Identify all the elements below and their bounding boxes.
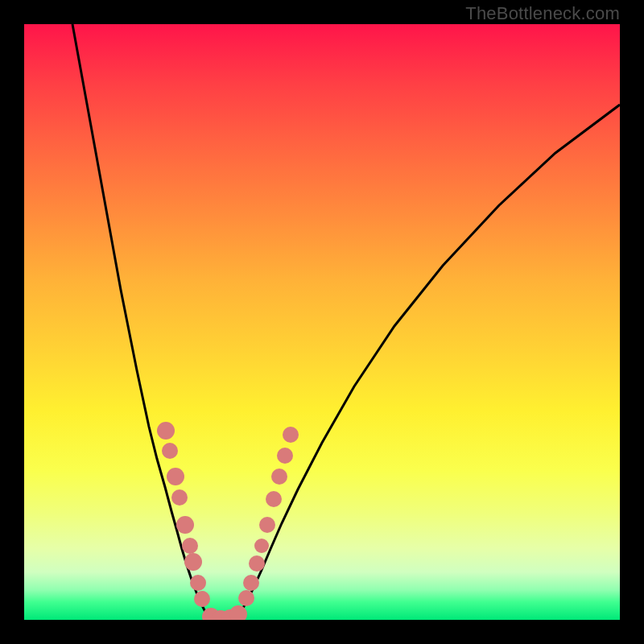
marker-right-cluster	[249, 555, 265, 572]
marker-right-cluster	[238, 590, 254, 606]
marker-right-cluster	[266, 491, 282, 507]
marker-left-cluster	[176, 516, 194, 534]
marker-left-cluster	[184, 553, 202, 571]
bottleneck-curve	[72, 24, 620, 619]
marker-right-cluster	[277, 448, 293, 464]
marker-left-cluster	[162, 443, 178, 459]
marker-left-cluster	[171, 489, 188, 506]
marker-right-cluster	[254, 539, 269, 553]
chart-frame: TheBottleneck.com	[0, 0, 644, 644]
marker-left-cluster	[194, 591, 210, 607]
data-markers	[157, 422, 299, 620]
marker-right-cluster	[283, 427, 299, 443]
attribution-label: TheBottleneck.com	[465, 3, 620, 24]
marker-left-cluster	[182, 538, 198, 554]
marker-right-cluster	[243, 575, 259, 591]
chart-svg	[24, 24, 620, 620]
marker-left-cluster	[157, 422, 175, 440]
marker-right-cluster	[271, 469, 287, 485]
marker-left-cluster	[190, 575, 206, 591]
plot-area	[24, 24, 620, 620]
curve-group	[72, 24, 620, 619]
marker-right-cluster	[259, 517, 275, 533]
marker-left-cluster	[167, 468, 184, 485]
